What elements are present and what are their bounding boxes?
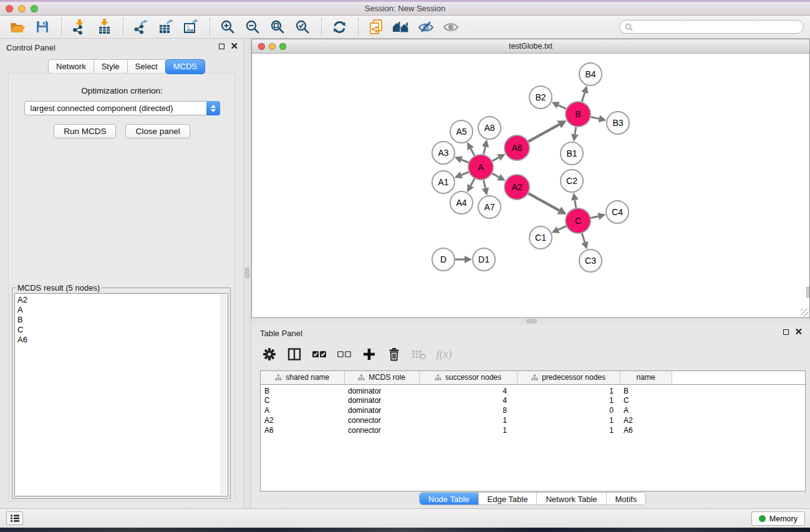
tab-mcds[interactable]: MCDS [165, 59, 205, 74]
table-cell[interactable]: 4 [419, 384, 517, 395]
select-all-icon[interactable] [310, 345, 329, 364]
graph-edge-A-A6[interactable] [493, 154, 506, 161]
mcds-result-item[interactable]: A2 [17, 295, 225, 305]
mcds-result-item[interactable]: C [17, 325, 225, 335]
close-panel-icon[interactable]: ✕ [794, 329, 803, 335]
graph-edge-A-A8[interactable] [482, 140, 489, 155]
export-image-icon[interactable] [181, 17, 201, 36]
search-input[interactable] [636, 22, 798, 31]
graph-node-A3[interactable]: A3 [432, 142, 455, 164]
graph-edge-C-C2[interactable] [571, 193, 579, 208]
float-panel-icon[interactable] [219, 44, 224, 49]
tab-node-table[interactable]: Node Table [420, 493, 478, 505]
splitter-grip[interactable] [526, 319, 537, 323]
float-panel-icon[interactable] [783, 329, 789, 335]
network-zoom-button[interactable] [279, 43, 286, 50]
import-network-icon[interactable] [69, 17, 89, 36]
column-header-predecessor-nodes[interactable]: predecessor nodes [517, 371, 620, 384]
mcds-result-item[interactable]: A [17, 305, 225, 315]
table-cell[interactable]: connector [344, 415, 419, 425]
table-cell[interactable]: C [620, 395, 672, 405]
graph-node-C4[interactable]: C4 [606, 201, 629, 223]
save-session-icon[interactable] [32, 17, 52, 36]
new-network-from-selection-icon[interactable] [366, 17, 386, 36]
table-cell[interactable]: C [261, 395, 344, 405]
graph-edge-B-B3[interactable] [591, 115, 607, 123]
graph-node-C3[interactable]: C3 [579, 249, 602, 272]
table-cell[interactable]: 1 [517, 425, 620, 435]
graph-node-D1[interactable]: D1 [473, 248, 495, 271]
graph-edge-A-A5[interactable] [467, 142, 475, 156]
graph-node-D[interactable]: D [432, 248, 455, 271]
close-panel-button[interactable]: Close panel [125, 124, 190, 138]
memory-button[interactable]: Memory [751, 511, 805, 526]
run-mcds-button[interactable]: Run MCDS [54, 124, 116, 138]
table-cell[interactable]: 0 [517, 405, 620, 415]
graph-node-A6[interactable]: A6 [504, 135, 529, 160]
network-minimize-button[interactable] [269, 43, 276, 50]
table-cell[interactable]: dominator [344, 405, 419, 415]
table-row[interactable]: A2connector11A2 [261, 415, 805, 425]
graph-node-A5[interactable]: A5 [450, 120, 473, 143]
zoom-in-icon[interactable] [218, 17, 238, 36]
window-edge-grip[interactable] [806, 287, 809, 297]
graph-edge-A-A3[interactable] [455, 157, 469, 163]
optimization-criterion-select[interactable]: largest connected component (directed) [24, 101, 220, 115]
export-network-icon[interactable] [131, 17, 151, 36]
result-scrollbar[interactable] [221, 294, 227, 495]
graph-edge-B-B2[interactable] [551, 102, 566, 109]
table-cell[interactable]: dominator [344, 384, 419, 395]
tab-edge-table[interactable]: Edge Table [478, 493, 537, 505]
graph-node-C[interactable]: C [566, 208, 591, 233]
table-row[interactable]: A6connector11A6 [261, 425, 805, 435]
table-cell[interactable]: A [620, 405, 672, 415]
column-header-successor-nodes[interactable]: successor nodes [419, 371, 517, 384]
zoom-selected-icon[interactable] [292, 17, 312, 36]
network-window-titlebar[interactable]: testGlobe.txt [252, 39, 809, 54]
show-all-eye-icon[interactable] [441, 17, 461, 36]
graph-edge-B-B1[interactable] [571, 127, 579, 142]
table-cell[interactable]: 1 [517, 395, 620, 405]
graph-edge-A-A2[interactable] [492, 173, 505, 181]
graph-edge-A-A1[interactable] [455, 172, 469, 178]
table-cell[interactable]: 4 [419, 395, 517, 405]
panel-splitter-vertical[interactable] [243, 39, 251, 508]
mcds-result-item[interactable]: B [17, 315, 225, 325]
table-cell[interactable]: A [261, 405, 344, 415]
apps-home-icon[interactable] [391, 17, 411, 36]
table-row[interactable]: Adominator80A [261, 405, 805, 415]
column-header-shared-name[interactable]: shared name [261, 371, 344, 384]
graph-edge-D-D1[interactable] [455, 256, 472, 263]
graph-edge-A2-C[interactable] [528, 193, 566, 215]
delete-column-trash-icon[interactable] [385, 345, 403, 364]
graph-edge-B-B4[interactable] [581, 85, 588, 102]
open-session-icon[interactable] [7, 17, 27, 36]
table-cell[interactable]: A6 [261, 425, 344, 435]
graph-edge-A-A7[interactable] [482, 180, 489, 196]
table-cell[interactable]: dominator [344, 395, 419, 405]
table-cell[interactable]: A2 [620, 415, 672, 425]
table-cell[interactable]: A2 [261, 415, 344, 425]
table-cell[interactable]: 8 [419, 405, 517, 415]
deselect-all-icon[interactable] [335, 345, 354, 364]
tab-motifs[interactable]: Motifs [606, 493, 646, 505]
zoom-fit-icon[interactable] [268, 17, 287, 36]
graph-edge-C-C4[interactable] [591, 213, 605, 220]
graph-node-B3[interactable]: B3 [607, 112, 629, 134]
show-columns-icon[interactable] [285, 345, 304, 364]
table-cell[interactable]: connector [344, 425, 419, 435]
graph-edge-A-A4[interactable] [467, 178, 475, 192]
graph-node-B1[interactable]: B1 [561, 142, 583, 165]
graph-node-B2[interactable]: B2 [529, 86, 552, 109]
table-cell[interactable]: 1 [419, 425, 517, 435]
table-row[interactable]: Cdominator41C [261, 395, 805, 405]
graph-node-C1[interactable]: C1 [529, 226, 552, 249]
graph-node-A2[interactable]: A2 [504, 175, 529, 200]
table-mode-gear-icon[interactable] [260, 345, 279, 364]
search-field[interactable] [619, 20, 804, 34]
hide-selected-eye-icon[interactable] [416, 17, 436, 36]
column-header-MCDS-role[interactable]: MCDS role [344, 371, 419, 384]
graph-node-B4[interactable]: B4 [579, 63, 602, 85]
splitter-grip[interactable] [245, 268, 249, 278]
graph-edge-A6-B[interactable] [528, 120, 566, 142]
